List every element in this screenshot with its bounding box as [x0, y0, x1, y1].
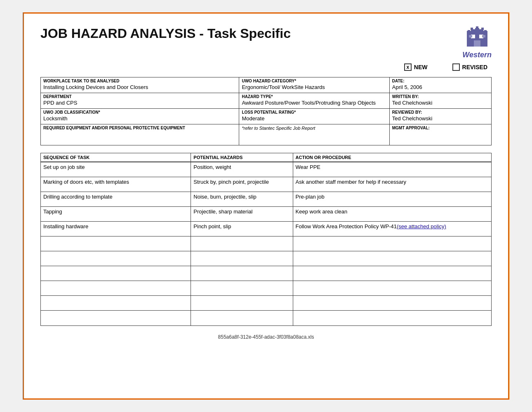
table-row: Marking of doors etc, with templatesStru…: [41, 177, 491, 192]
castle-icon: [465, 26, 490, 49]
haz-cell: Position, weight: [191, 162, 293, 177]
hazard-type-cell: HAZARD TYPE* Awkward Posture/Power Tools…: [239, 93, 389, 108]
haz-cell: [191, 311, 293, 325]
haz-cell: [191, 266, 293, 281]
header-section: JOB HAZARD ANALYSIS - Task Specific: [40, 26, 492, 59]
haz-cell: Noise, burn, projectile, slip: [191, 192, 293, 206]
uwo-job-cell: UWO JOB CLASSIFICATION* Locksmith: [41, 109, 239, 124]
svg-rect-7: [468, 30, 470, 32]
svg-rect-18: [482, 35, 485, 37]
tasks-header: SEQUENCE OF TASK POTENTIAL HAZARDS ACTIO…: [41, 153, 491, 162]
seq-cell: Drilling according to template: [41, 192, 191, 206]
table-row: Drilling according to templateNoise, bur…: [41, 192, 491, 207]
svg-rect-13: [471, 28, 473, 30]
seq-cell: [41, 281, 191, 295]
form-row-3: UWO JOB CLASSIFICATION* Locksmith LOSS P…: [41, 109, 491, 124]
col-act-header: ACTION OR PROCEDURE: [293, 153, 491, 162]
reviewed-by-cell: REVIEWED BY: Ted Chelchowski: [390, 109, 491, 124]
haz-cell: [191, 236, 293, 251]
act-cell: [293, 266, 491, 281]
act-cell: Follow Work Area Protection Policy WP-41…: [293, 222, 491, 236]
table-row: [41, 296, 491, 311]
act-cell: [293, 236, 491, 251]
act-cell: [293, 251, 491, 266]
loss-potential-cell: LOSS POTENTIAL RATING* Moderate: [239, 109, 389, 124]
revised-status: REVISED: [452, 63, 487, 71]
written-by-cell: WRITTEN BY: Ted Chelchowski: [390, 93, 491, 108]
seq-cell: [41, 266, 191, 281]
col-haz-header: POTENTIAL HAZARDS: [191, 153, 293, 162]
act-cell: [293, 311, 491, 325]
svg-rect-16: [474, 40, 480, 47]
svg-rect-9: [484, 30, 487, 32]
svg-rect-10: [475, 28, 479, 35]
svg-rect-17: [469, 35, 472, 37]
policy-link[interactable]: (see attached policy): [397, 223, 446, 229]
form-grid: WORKPLACE TASK TO BE ANALYSED Installing…: [40, 77, 492, 145]
act-cell: [293, 281, 491, 295]
act-cell: Ask another staff member for help if nec…: [293, 177, 491, 192]
form-row-2: DEPARTMENT PPD and CPS HAZARD TYPE* Awkw…: [41, 93, 491, 109]
uwo-hazard-cell: UWO HAZARD CATEGORY* Ergonomic/Tool/ Wor…: [239, 77, 389, 93]
date-cell: DATE: April 5, 2006: [390, 77, 491, 93]
table-row: [41, 311, 491, 325]
form-row-4: REQUIRED EQUIPMENT AND/OR PERSONAL PROTE…: [41, 124, 491, 145]
footer-filename: 855a6a8f-312e-455f-adac-3f03f8a08aca.xls: [218, 334, 314, 340]
page-wrapper: JOB HAZARD ANALYSIS - Task Specific: [23, 12, 509, 400]
table-row: TappingProjectile, sharp materialKeep wo…: [41, 207, 491, 222]
tasks-table: SEQUENCE OF TASK POTENTIAL HAZARDS ACTIO…: [40, 153, 492, 326]
department-cell: DEPARTMENT PPD and CPS: [41, 93, 239, 108]
seq-cell: [41, 251, 191, 266]
seq-cell: [41, 296, 191, 310]
seq-cell: Set up on job site: [41, 162, 191, 177]
act-cell: [293, 296, 491, 310]
revised-checkbox: [452, 63, 460, 71]
haz-cell: Struck by, pinch point, projectile: [191, 177, 293, 192]
footer: 855a6a8f-312e-455f-adac-3f03f8a08aca.xls: [40, 334, 492, 340]
haz-cell: Projectile, sharp material: [191, 207, 293, 221]
svg-rect-2: [475, 34, 479, 40]
seq-cell: Marking of doors etc, with templates: [41, 177, 191, 192]
logo-area: Western: [462, 26, 492, 59]
title: JOB HAZARD ANALYSIS - Task Specific: [40, 26, 291, 41]
table-row: [41, 281, 491, 296]
haz-cell: [191, 281, 293, 295]
table-row: [41, 251, 491, 266]
task-rows-container: Set up on job sitePosition, weightWear P…: [41, 162, 491, 325]
act-cell: Wear PPE: [293, 162, 491, 177]
required-equip-cell: REQUIRED EQUIPMENT AND/OR PERSONAL PROTE…: [41, 124, 239, 145]
status-row: NEW REVISED: [40, 63, 492, 71]
table-row: [41, 266, 491, 281]
haz-cell: [191, 251, 293, 266]
refer-cell: *refer to Stantec Specific Job Report: [239, 124, 389, 145]
svg-rect-14: [481, 28, 484, 30]
table-row: Set up on job sitePosition, weightWear P…: [41, 162, 491, 177]
form-row-1: WORKPLACE TASK TO BE ANALYSED Installing…: [41, 77, 491, 93]
seq-cell: [41, 311, 191, 325]
revised-label: REVISED: [462, 64, 487, 70]
new-label: NEW: [414, 64, 428, 70]
haz-cell: [191, 296, 293, 310]
table-row: Installing hardwarePinch point, slipFoll…: [41, 222, 491, 236]
act-cell: Pre-plan job: [293, 192, 491, 206]
haz-cell: Pinch point, slip: [191, 222, 293, 236]
table-row: [41, 236, 491, 251]
svg-rect-15: [476, 26, 478, 29]
seq-cell: Installing hardware: [41, 222, 191, 236]
workplace-task-cell: WORKPLACE TASK TO BE ANALYSED Installing…: [41, 77, 239, 93]
seq-cell: Tapping: [41, 207, 191, 221]
new-checkbox: [404, 63, 412, 71]
new-status: NEW: [404, 63, 428, 71]
act-cell: Keep work area clean: [293, 207, 491, 221]
mgmt-approval-cell: MGMT APPROVAL:: [390, 124, 491, 145]
col-seq-header: SEQUENCE OF TASK: [41, 153, 191, 162]
seq-cell: [41, 236, 191, 251]
logo-text: Western: [462, 51, 492, 59]
